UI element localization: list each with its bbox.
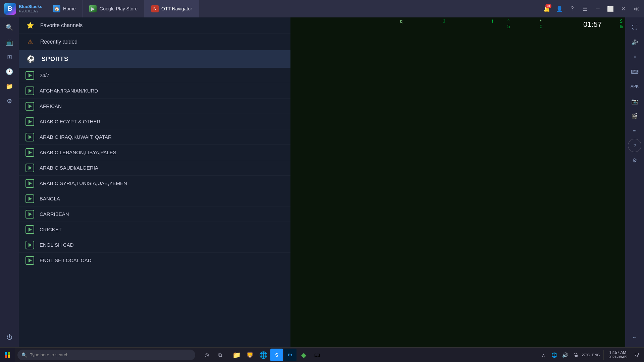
channel-label-arabic-saudi: ARABIC SAUDI/ALGERIA [40,165,98,171]
channel-arabic-egypt[interactable]: ARABIC EGYPT & OTHER [19,114,290,129]
menu-button[interactable]: ☰ [580,3,590,14]
play-icon-english-local-cad [25,256,34,265]
photoshop-app[interactable]: Ps [284,349,297,361]
back-sidebar-button[interactable]: ← [628,330,641,344]
network-icon[interactable]: 🌐 [549,350,559,360]
keyboard-button[interactable]: ⌨ [628,65,641,78]
channel-english-cad[interactable]: ENGLISH CAD [19,237,290,253]
weather-icon: 🌤 [571,350,580,360]
chrome-app[interactable]: 🌐 [257,349,270,361]
home-tab-icon: 🏠 [53,5,60,12]
bluestacks-logo: B BlueStacks 4.280.0.1022 [0,3,46,15]
tab-home[interactable]: 🏠 Home [46,0,83,17]
channel-label-african: AFRICAN [40,103,62,109]
volume-button[interactable]: 🔊 [628,36,641,49]
sidebar-power[interactable]: ⏻ [3,330,16,344]
volume-icon[interactable]: 🔊 [560,350,570,360]
home-tab-label: Home [63,6,75,11]
play-icon-24-7 [25,71,34,80]
play-tab-icon: ▶ [89,5,97,12]
channel-arabic-lebanon[interactable]: ARABIC LEBANON,LIBYA,PALES. [19,145,290,160]
notification-badge: 20 [545,4,551,8]
start-button[interactable] [0,348,15,362]
favorite-channels-item[interactable]: ⭐ Favorite channels [19,17,290,34]
play-icon-arabic-iraq [25,133,34,141]
play-icon-arabic-saudi [25,164,34,172]
sidebar-settings[interactable]: ⚙ [3,95,16,108]
sidebar-history[interactable]: 🕐 [3,65,16,78]
clock-area: 12:57 AM 2021-08-05 [606,350,630,360]
channel-english-local-cad[interactable]: ENGLISH LOCAL CAD [19,253,290,268]
channel-arabic-saudi[interactable]: ARABIC SAUDI/ALGERIA [19,160,290,176]
sidebar-tv[interactable]: 📺 [3,36,16,49]
recently-added-item[interactable]: ⚠ Recently added [19,34,290,50]
record-button[interactable]: 🎬 [628,109,641,123]
app-content: ⭐ Favorite channels ⚠ Recently added ⚽ S… [19,17,625,347]
sports-category-header[interactable]: ⚽ SPORTS [19,50,290,68]
system-tray: ∧ 🌐 🔊 🌤 27°C ENG [536,350,604,360]
tab-play-store[interactable]: ▶ Google Play Store [83,0,145,17]
channel-bangla[interactable]: BANGLA [19,191,290,206]
notification-button[interactable]: 🔔 20 [541,3,552,14]
channel-24-7[interactable]: 24/7 [19,68,290,83]
channel-label-english-local-cad: ENGLISH LOCAL CAD [40,257,92,263]
play-icon-arabic-syria [25,179,34,188]
green-leaf-app[interactable]: ◆ [297,349,310,361]
file-explorer-app[interactable]: 📁 [230,349,243,361]
channel-arabic-iraq[interactable]: ARABIC IRAQ,KUWAIT, QATAR [19,129,290,145]
clock-date: 2021-08-05 [608,355,627,359]
tray-arrow[interactable]: ∧ [539,350,548,360]
taskbar-search[interactable]: 🔍 Type here to search [17,350,195,360]
search-placeholder: Type here to search [30,352,191,357]
channel-cricket[interactable]: CRICKET [19,222,290,237]
sidebar-grid[interactable]: ⊞ [3,50,16,64]
more-button[interactable]: ••• [628,124,641,137]
help-button[interactable]: ? [567,3,578,14]
temperature-text: 27°C [582,353,590,357]
channel-label-afghan: AFGHAN/IRANIAN/KURD [40,88,98,94]
restore-button[interactable]: ⬜ [605,3,616,14]
help-sidebar-button[interactable]: ? [628,139,641,152]
minimize-button[interactable]: ─ [592,3,603,14]
sidebar-folder[interactable]: 📁 [3,80,16,93]
right-sidebar: ⛶ 🔊 ⠿ ⌨ APK 📷 🎬 ••• ? ⚙ ← [625,17,644,347]
close-button[interactable]: ✕ [618,3,629,14]
channel-african[interactable]: AFRICAN [19,99,290,114]
channel-label-arabic-iraq: ARABIC IRAQ,KUWAIT, QATAR [40,134,112,140]
brave-app[interactable]: 🦁 [244,349,256,361]
play-icon-afghan [25,86,34,95]
taskbar-middle: ◎ ⧉ [201,349,226,361]
favorite-icon: ⭐ [25,21,35,30]
favorite-channels-label: Favorite channels [40,22,83,28]
time-display: 01:57 [583,20,602,29]
back-double-button[interactable]: ≪ [631,3,641,14]
settings-sidebar-button[interactable]: ⚙ [628,154,641,167]
folder2-app[interactable]: 🗂 [311,349,323,361]
taskbar-right: ∧ 🌐 🔊 🌤 27°C ENG 12:57 AM 2021-08-05 🗨 [536,350,644,360]
s-app[interactable]: S [270,349,283,361]
cortana-button[interactable]: ◎ [201,349,213,361]
task-view-button[interactable]: ⧉ [214,349,226,361]
ott-tab-icon: N [151,5,159,12]
sidebar-search[interactable]: 🔍 [3,21,16,34]
tab-ott-navigator[interactable]: N OTT Navigator [145,0,199,17]
lang-icon[interactable]: ENG [591,350,601,360]
notification-center-button[interactable]: 🗨 [632,350,641,360]
sports-icon: ⚽ [25,54,36,64]
main-area: 🔍 📺 ⊞ 🕐 📁 ⚙ ⏻ ⭐ Favorite channels ⚠ Rece… [0,17,644,347]
channel-arabic-syria[interactable]: ARABIC SYRIA,TUNISIA,UAE,YEMEN [19,176,290,191]
install-apk-button[interactable]: APK [628,80,641,93]
screenshot-button[interactable]: 📷 [628,95,641,108]
channel-list: ⭐ Favorite channels ⚠ Recently added ⚽ S… [19,17,290,347]
play-icon-bangla [25,194,34,203]
play-icon-african [25,102,34,111]
play-icon-arabic-egypt [25,117,34,126]
search-icon-taskbar: 🔍 [21,352,27,358]
channel-carribean[interactable]: CARRIBEAN [19,206,290,222]
fullscreen-button[interactable]: ⛶ [628,21,641,34]
dotted-select-button[interactable]: ⠿ [628,50,641,64]
account-button[interactable]: 👤 [554,3,565,14]
channel-label-24-7: 24/7 [40,72,49,78]
channel-afghan[interactable]: AFGHAN/IRANIAN/KURD [19,83,290,99]
recently-added-label: Recently added [40,39,77,45]
